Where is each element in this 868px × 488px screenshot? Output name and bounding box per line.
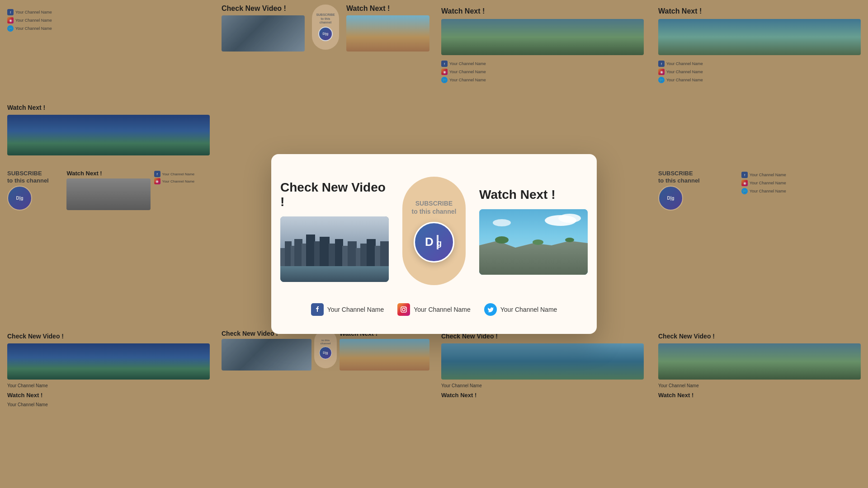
modal-coast-thumb	[479, 209, 588, 275]
svg-point-33	[402, 308, 405, 311]
modal-social-instagram: Your Channel Name	[397, 303, 471, 316]
svg-rect-7	[306, 235, 315, 266]
channel-logo[interactable]: D g	[414, 222, 454, 263]
svg-point-26	[493, 219, 511, 226]
svg-rect-1	[280, 266, 389, 282]
modal-city-thumb	[280, 216, 389, 282]
modal-card: Check New Video !	[271, 154, 597, 334]
svg-point-29	[495, 236, 509, 244]
svg-rect-15	[360, 244, 368, 266]
facebook-label: Your Channel Name	[327, 306, 384, 313]
svg-rect-5	[294, 239, 302, 266]
svg-rect-3	[285, 241, 292, 266]
modal-check-title: Check New Video !	[280, 180, 389, 209]
svg-text:g: g	[437, 239, 442, 248]
overlay: Check New Video !	[0, 0, 868, 488]
svg-rect-13	[348, 241, 357, 266]
instagram-icon	[397, 303, 410, 316]
facebook-icon	[311, 303, 324, 316]
modal-left-section: Check New Video !	[280, 180, 389, 282]
instagram-label: Your Channel Name	[414, 306, 471, 313]
svg-marker-28	[479, 241, 588, 275]
svg-point-30	[533, 239, 543, 245]
svg-point-31	[565, 238, 574, 242]
svg-rect-9	[320, 237, 330, 266]
svg-point-34	[405, 307, 406, 308]
svg-point-25	[558, 214, 581, 223]
modal-subscribe-blob[interactable]: SUBSCRIBE to this channel D g	[402, 177, 466, 285]
modal-social-row: Your Channel Name Your Channel Name	[311, 303, 557, 316]
svg-rect-17	[375, 246, 381, 266]
svg-rect-12	[342, 246, 349, 266]
modal-main-content: Check New Video !	[298, 177, 570, 285]
svg-rect-19	[420, 229, 448, 256]
svg-text:D: D	[425, 235, 434, 249]
twitter-icon	[484, 303, 497, 316]
svg-rect-10	[329, 244, 336, 266]
subscribe-title: SUBSCRIBE to this channel	[412, 199, 457, 216]
svg-rect-18	[380, 241, 389, 266]
svg-rect-16	[367, 239, 376, 266]
svg-rect-8	[314, 241, 321, 266]
modal-coast-img	[479, 209, 588, 275]
twitter-label: Your Channel Name	[500, 306, 557, 313]
modal-right-section: Watch Next !	[479, 188, 588, 275]
svg-rect-11	[335, 239, 343, 266]
modal-social-twitter: Your Channel Name	[484, 303, 557, 316]
modal-social-facebook: Your Channel Name	[311, 303, 384, 316]
modal-city-img	[280, 216, 389, 282]
modal-watch-title: Watch Next !	[479, 188, 556, 202]
